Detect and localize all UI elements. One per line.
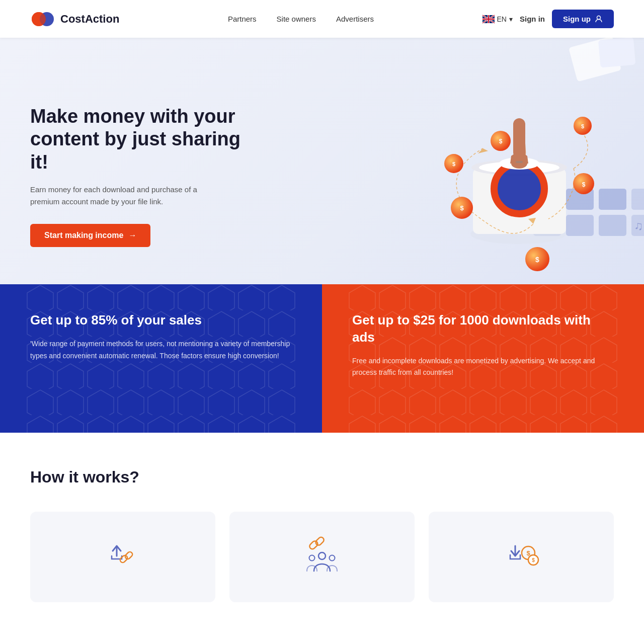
promo-orange-text: Free and incomplete downloads are moneti…	[352, 355, 614, 379]
how-section: How it works?	[0, 433, 644, 622]
nav-advertisers[interactable]: Advertisers	[336, 15, 374, 23]
share-icon	[302, 537, 342, 572]
logo-icon	[30, 9, 55, 29]
nav-links: Partners Site owners Advertisers	[228, 15, 374, 23]
svg-text:$: $	[499, 138, 503, 145]
svg-rect-14	[569, 38, 621, 82]
svg-point-52	[330, 555, 335, 561]
how-card-share	[229, 512, 415, 602]
svg-rect-47	[124, 551, 133, 560]
svg-rect-7	[599, 189, 626, 210]
svg-point-4	[597, 16, 600, 19]
lang-label: EN	[497, 15, 507, 23]
svg-rect-15	[598, 38, 636, 68]
svg-rect-25	[516, 161, 523, 163]
svg-point-2	[32, 12, 46, 26]
user-icon	[595, 15, 603, 23]
svg-point-18	[471, 159, 567, 176]
svg-point-37	[444, 154, 463, 173]
hero-illustration: ♫	[322, 38, 644, 284]
how-card-earn: $ $	[429, 512, 614, 602]
hero-title: Make money with your content by just sha…	[30, 105, 262, 174]
how-cards: $ $	[30, 512, 614, 602]
hero-section: Make money with your content by just sha…	[0, 38, 644, 284]
svg-rect-5	[533, 189, 561, 210]
svg-point-29	[451, 197, 473, 219]
nav-right: EN ▾ Sign in Sign up	[482, 10, 614, 28]
svg-text:♫: ♫	[634, 219, 643, 232]
svg-text:$: $	[460, 204, 464, 212]
hero-subtitle: Earn money for each download and purchas…	[30, 184, 221, 208]
svg-text:$: $	[582, 181, 586, 188]
svg-rect-24	[513, 118, 525, 158]
svg-marker-27	[528, 218, 536, 224]
svg-rect-12	[631, 215, 644, 236]
navbar: CostAction Partners Site owners Advertis…	[0, 0, 644, 38]
promo-blue-title: Get up to 85% of your sales	[30, 312, 292, 329]
svg-marker-28	[576, 128, 583, 133]
svg-text:$: $	[532, 557, 535, 563]
svg-point-19	[479, 162, 559, 174]
svg-point-51	[309, 555, 315, 561]
svg-rect-6	[566, 189, 594, 210]
svg-text:$: $	[581, 123, 584, 129]
hero-svg: ♫	[322, 38, 644, 284]
svg-point-31	[491, 131, 511, 151]
signin-button[interactable]: Sign in	[520, 15, 545, 23]
nav-partners[interactable]: Partners	[228, 15, 257, 23]
svg-point-20	[494, 164, 544, 214]
svg-rect-9	[566, 215, 594, 236]
svg-marker-26	[478, 148, 488, 153]
svg-rect-17	[473, 169, 566, 234]
svg-point-39	[573, 173, 594, 194]
svg-point-16	[470, 224, 566, 244]
logo-text: CostAction	[60, 13, 119, 26]
svg-point-50	[318, 552, 326, 559]
svg-rect-10	[599, 215, 626, 236]
svg-rect-11	[631, 189, 644, 210]
svg-text:$: $	[452, 161, 455, 167]
hero-content: Make money with your content by just sha…	[30, 105, 262, 248]
svg-point-21	[494, 164, 544, 214]
flag-icon	[482, 15, 495, 23]
svg-point-23	[511, 158, 527, 169]
how-card-upload	[30, 512, 215, 602]
cta-button[interactable]: Start making income →	[30, 224, 150, 247]
svg-point-33	[574, 117, 592, 135]
promo-blue-text: 'Wide range of payment methods for users…	[30, 338, 292, 362]
earn-icon: $ $	[501, 537, 541, 572]
logo[interactable]: CostAction	[30, 9, 119, 29]
svg-point-35	[525, 247, 549, 271]
promo-blue: Get up to 85% of your sales 'Wide range …	[0, 284, 322, 433]
promo-orange: Get up to $25 for 1000 downloads with ad…	[322, 284, 644, 433]
language-button[interactable]: EN ▾	[482, 15, 513, 23]
lang-chevron: ▾	[509, 15, 513, 23]
upload-icon	[103, 537, 143, 572]
nav-site-owners[interactable]: Site owners	[277, 15, 316, 23]
svg-rect-8	[533, 215, 561, 236]
svg-text:$: $	[535, 256, 539, 264]
how-title: How it works?	[30, 468, 614, 487]
promo-section: Get up to 85% of your sales 'Wide range …	[0, 284, 644, 433]
signup-button[interactable]: Sign up	[552, 10, 614, 28]
svg-point-22	[499, 157, 539, 170]
svg-rect-49	[314, 536, 325, 546]
promo-orange-title: Get up to $25 for 1000 downloads with ad…	[352, 312, 614, 346]
